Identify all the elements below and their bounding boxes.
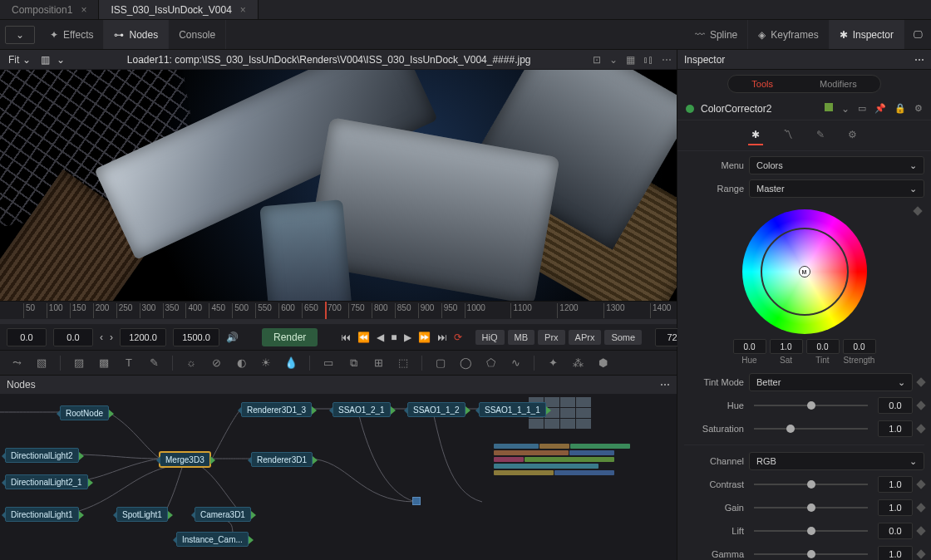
document-tab[interactable]: ISS_030_IssUnDock_V004× [99,0,258,19]
enable-toggle-icon[interactable] [686,105,694,113]
viewer-layers-icon[interactable]: ⌄ [57,54,65,66]
node-directionallight2_1[interactable]: DirectionalLight2_1 [5,474,88,489]
wheel-center-dot[interactable]: M [799,266,810,278]
tintmode-select[interactable]: Better⌄ [749,373,913,391]
node-instance_cam...[interactable]: Instance_Cam... [176,532,249,547]
gain-keyframe-icon[interactable] [916,503,925,512]
inspector-tab[interactable]: ✱ Inspector [830,20,904,49]
versions-dd-icon[interactable]: ⌄ [841,103,850,115]
pin-icon[interactable]: 📌 [874,103,886,115]
node-graph[interactable]: RootNodeDirectionalLight2DirectionalLigh… [0,394,677,560]
current-frame-field[interactable] [7,328,47,346]
audio-icon[interactable]: 🔊 [226,328,239,346]
hue-value-field[interactable] [733,339,766,354]
folder-icon[interactable]: ▭ [858,103,866,115]
lock-icon[interactable]: 🔒 [894,103,906,115]
tint-value-field[interactable] [806,339,840,354]
play-back-icon[interactable]: ◀ [377,328,384,346]
range-select[interactable]: Master⌄ [749,179,924,198]
contrast-keyframe-icon[interactable] [916,479,925,489]
playhead[interactable] [325,302,327,319]
strength-value-field[interactable] [843,339,876,354]
contrast-value-field[interactable] [878,476,913,493]
gamma-keyframe-icon[interactable] [916,549,925,558]
3d-tool-icon[interactable]: ⬢ [593,353,613,373]
flow-dot[interactable] [412,497,421,505]
saturation-value-field[interactable] [878,420,913,437]
monitor-icon[interactable]: 🖵 [904,20,931,49]
plasma-tool-icon[interactable]: ▩ [94,353,114,373]
channel-select[interactable]: RGB⌄ [749,452,924,470]
split-icon[interactable]: ⫾⫿ [643,54,653,66]
mask-bspline-icon[interactable]: ∿ [505,353,525,373]
hue-keyframe-icon[interactable] [916,400,925,410]
stereo-icon[interactable]: ⊡ [593,54,601,66]
go-start-icon[interactable]: ⏮ [341,328,351,346]
step-fwd-icon[interactable]: › [110,328,113,346]
mask-ellipse-icon[interactable]: ◯ [456,353,475,373]
go-end-icon[interactable]: ⏭ [437,328,447,346]
viewer-aspect-icon[interactable]: ▥ [41,54,50,66]
matte-tool-icon[interactable]: ▭ [318,353,338,373]
fast-fwd-icon[interactable]: ⏩ [418,328,431,346]
node-ssao1_2_1[interactable]: SSAO1_2_1 [332,402,391,417]
tools-pill[interactable]: Tools [728,76,796,92]
brightness-tool-icon[interactable]: ☼ [181,353,201,373]
gain-slider[interactable] [749,499,873,517]
node-renderer3d1_3[interactable]: Renderer3D1_3 [241,402,312,417]
out-frame-field[interactable] [120,328,166,346]
saturation-slider[interactable] [749,420,873,438]
mask-rect-icon[interactable]: ▢ [431,353,451,373]
lift-slider[interactable] [749,522,873,540]
step-back-icon[interactable]: ‹ [100,328,103,346]
render-button[interactable]: Render [262,328,318,346]
loop-icon[interactable]: ⟳ [454,328,462,346]
nodes-tab[interactable]: ⊶ Nodes [104,20,169,49]
hue-value-field[interactable] [878,397,913,414]
quality-badge-some[interactable]: Some [604,330,642,345]
contrast-slider[interactable] [749,475,873,494]
node-camera3d1[interactable]: Camera3D1 [195,507,251,522]
mask-poly-icon[interactable]: ⬠ [480,353,500,373]
document-tab[interactable]: Composition1× [0,0,99,19]
spline-tab[interactable]: 〰 Spline [685,20,748,49]
channelbool-tool-icon[interactable]: ⊘ [206,353,226,373]
merge-tool-icon[interactable]: ⧉ [343,353,363,373]
huecurves-tool-icon[interactable]: ☀ [256,353,276,373]
blur-tool-icon[interactable]: 💧 [281,353,301,373]
quality-badge-aprx[interactable]: APrx [569,330,602,345]
nodes-options-icon[interactable]: ⋯ [660,379,670,391]
common-subtab-icon[interactable]: ⚙ [845,125,860,145]
fastnoise-tool-icon[interactable]: ▨ [69,353,89,373]
node-merge3d3[interactable]: Merge3D3 [160,452,210,467]
sat-value-field[interactable] [770,339,803,354]
lift-keyframe-icon[interactable] [916,526,925,535]
prender-tool-icon[interactable]: ⁂ [568,353,588,373]
gamma-value-field[interactable] [878,546,913,560]
play-icon[interactable]: ▶ [404,328,411,346]
transform-tool-icon[interactable]: ⊞ [368,353,388,373]
node-ssao1_1_2[interactable]: SSAO1_1_2 [407,402,466,417]
quality-badge-prx[interactable]: Prx [538,330,565,345]
inspector-options-icon[interactable]: ⋯ [914,54,924,66]
colorcorrect-tool-icon[interactable]: ◐ [231,353,251,373]
effects-tab[interactable]: ✦ Effects [40,20,104,49]
modifiers-pill[interactable]: Modifiers [796,76,880,92]
end-frame-field[interactable] [173,328,219,346]
viewer-canvas[interactable] [0,70,677,301]
console-tab[interactable]: Console [169,20,226,49]
menu-select[interactable]: Colors⌄ [749,156,924,174]
color-tag-icon[interactable] [825,103,833,111]
resize-tool-icon[interactable]: ⬚ [393,353,413,373]
text-tool-icon[interactable]: T [119,353,139,373]
node-ssao1_1_1_1[interactable]: SSAO1_1_1_1 [479,402,546,417]
node-directionallight1[interactable]: DirectionalLight1 [5,507,79,522]
gamma-slider[interactable] [749,545,873,560]
in-frame-field[interactable] [53,328,93,346]
flow-tool-icon[interactable]: ⤳ [7,353,27,373]
particles-tool-icon[interactable]: ✦ [543,353,563,373]
stop-icon[interactable]: ■ [391,328,397,346]
quality-badge-hiq[interactable]: HiQ [475,330,505,345]
background-tool-icon[interactable]: ▧ [32,353,52,373]
color-wheel[interactable]: M [742,209,867,334]
